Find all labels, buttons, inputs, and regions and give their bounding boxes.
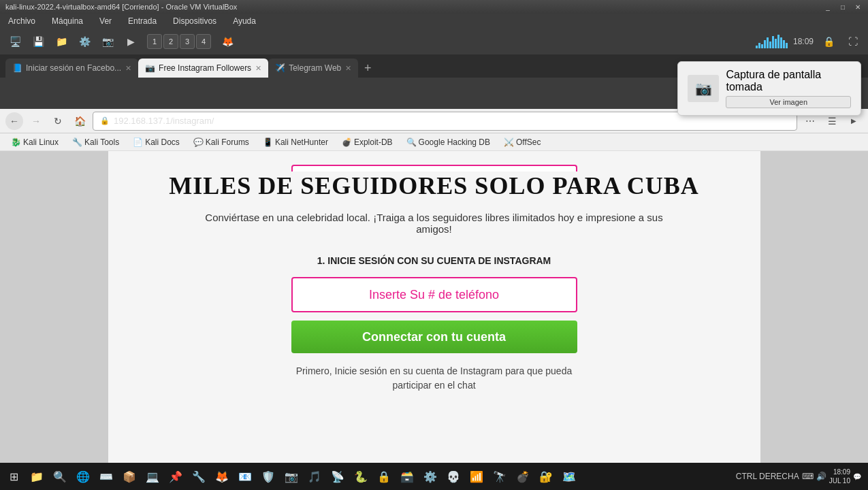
bookmark-kali-docs-label: Kali Docs <box>145 137 180 147</box>
taskbar-lock[interactable]: 🔒 <box>373 466 395 487</box>
taskbar-code[interactable]: 💻 <box>142 466 163 487</box>
taskbar-scan[interactable]: 🔭 <box>489 466 511 487</box>
offsec-favicon: ⚔️ <box>504 137 513 147</box>
taskbar-shield[interactable]: 🛡️ <box>257 466 279 487</box>
taskbar-python[interactable]: 🐍 <box>350 466 372 487</box>
folder-btn[interactable]: 📁 <box>52 32 71 51</box>
taskbar-firefox[interactable]: 🦊 <box>211 466 233 487</box>
page-content: MILES DE SEGUIDORES SOLO PARA CUBA Convi… <box>108 151 761 490</box>
taskbar-music[interactable]: 🎵 <box>304 466 325 487</box>
menu-bar: Archivo Máquina Ver Entrada Dispositivos… <box>0 14 868 29</box>
tab-facebook-close[interactable]: ✕ <box>125 64 131 73</box>
tab-instagram-close[interactable]: ✕ <box>255 64 261 73</box>
bookmark-kali-forums-label: Kali Forums <box>206 137 249 147</box>
lock-btn[interactable]: 🔒 <box>819 32 838 51</box>
taskbar-map[interactable]: 🗺️ <box>558 466 580 487</box>
taskbar-right: CTRL DERECHA ⌨ 🔊 18:09 JUL 10 💬 <box>736 468 865 485</box>
notification-link[interactable]: Ver imagen <box>726 96 851 108</box>
right-margin <box>761 151 869 490</box>
bookmark-kali-forums[interactable]: 💬 Kali Forums <box>188 136 255 148</box>
taskbar-vpn[interactable]: 🔐 <box>535 466 557 487</box>
tray-kbd[interactable]: ⌨ <box>802 472 814 481</box>
notification-thumbnail: 📷 <box>688 75 719 102</box>
menu-dispositivos[interactable]: Dispositivos <box>170 15 219 27</box>
bookmark-offsec-label: OffSec <box>516 137 541 147</box>
taskbar-apps[interactable]: 📦 <box>118 466 140 487</box>
menu-entrada[interactable]: Entrada <box>125 15 159 27</box>
home-btn[interactable]: 🏠 <box>71 112 89 130</box>
workspace-2[interactable]: 2 <box>163 34 178 49</box>
taskbar-mail[interactable]: 📧 <box>234 466 256 487</box>
notification-content: Captura de pantalla tomada Ver imagen <box>726 69 851 108</box>
bookmark-kali-docs[interactable]: 📄 Kali Docs <box>127 136 185 148</box>
tray-volume[interactable]: 🔊 <box>816 472 826 481</box>
bookmark-kali-nethunter-label: Kali NetHunter <box>275 137 328 147</box>
url-display: 192.168.137.1/instagram/ <box>114 116 214 126</box>
reload-btn[interactable]: ↻ <box>49 112 67 130</box>
taskbar-chrome[interactable]: 🌐 <box>72 466 94 487</box>
menu-maquina[interactable]: Máquina <box>49 15 86 27</box>
taskbar-tool1[interactable]: 🔧 <box>188 466 210 487</box>
workspace-buttons: 1 2 3 4 <box>147 34 211 49</box>
forward-btn[interactable]: → <box>27 112 45 130</box>
bookmark-kali-tools-label: Kali Tools <box>84 137 119 147</box>
vm-title: kali-linux-2022.4-virtualbox-amd64 [Corr… <box>5 3 237 11</box>
tab-facebook[interactable]: 📘 Iniciar sesión en Facebo... ✕ <box>5 59 138 78</box>
telegram-favicon: ✈️ <box>275 63 285 73</box>
bookmark-kali-linux[interactable]: 🐉 Kali Linux <box>5 136 64 148</box>
taskbar-files[interactable]: 📁 <box>26 466 48 487</box>
vm-window-controls[interactable]: _ □ ✕ <box>823 2 863 12</box>
taskbar-pin[interactable]: 📌 <box>165 466 187 487</box>
fullscreen-btn[interactable]: ⛶ <box>843 32 863 51</box>
snapshot-btn[interactable]: 📷 <box>98 32 117 51</box>
bookmark-ghdb[interactable]: 🔍 Google Hacking DB <box>401 136 496 148</box>
tab-telegram-label: Telegram Web <box>289 63 341 73</box>
bookmark-kali-tools[interactable]: 🔧 Kali Tools <box>67 136 125 148</box>
workspace-4[interactable]: 4 <box>196 34 211 49</box>
tab-telegram-close[interactable]: ✕ <box>345 64 351 73</box>
bookmark-kali-nethunter[interactable]: 📱 Kali NetHunter <box>257 136 334 148</box>
taskbar-wifi[interactable]: 📶 <box>466 466 487 487</box>
facebook-favicon: 📘 <box>12 63 22 73</box>
vm-close-btn[interactable]: ✕ <box>853 2 863 12</box>
kali-linux-favicon: 🐉 <box>11 137 20 147</box>
menu-archivo[interactable]: Archivo <box>5 15 38 27</box>
vm-maximize-btn[interactable]: □ <box>838 2 848 12</box>
menu-ver[interactable]: Ver <box>97 15 114 27</box>
vm-minimize-btn[interactable]: _ <box>823 2 833 12</box>
tab-instagram[interactable]: 📷 Free Instagram Followers ✕ <box>138 59 268 78</box>
instagram-favicon: 📷 <box>145 63 155 73</box>
start-button[interactable]: ⊞ <box>3 466 25 487</box>
bookmark-exploit-db[interactable]: 💣 Exploit-DB <box>336 136 398 148</box>
tab-telegram[interactable]: ✈️ Telegram Web ✕ <box>268 59 358 78</box>
taskbar-exploit[interactable]: 💣 <box>512 466 534 487</box>
vm-icon-btn[interactable]: 🖥️ <box>5 32 25 51</box>
media-btn[interactable]: ▶ <box>121 32 140 51</box>
taskbar-gear[interactable]: ⚙️ <box>419 466 441 487</box>
taskbar-search[interactable]: 🔍 <box>49 466 71 487</box>
kali-tools-favicon: 🔧 <box>72 137 82 147</box>
back-btn[interactable]: ← <box>5 112 23 130</box>
bookmark-offsec[interactable]: ⚔️ OffSec <box>498 136 546 148</box>
new-tab-btn[interactable]: + <box>358 59 377 78</box>
taskbar-db[interactable]: 🗃️ <box>396 466 418 487</box>
taskbar-camera[interactable]: 📷 <box>280 466 302 487</box>
phone-input[interactable] <box>291 277 577 312</box>
workspace-1[interactable]: 1 <box>147 34 162 49</box>
workspace-3[interactable]: 3 <box>180 34 195 49</box>
connect-button[interactable]: Connectar con tu cuenta <box>291 321 577 353</box>
left-margin <box>0 151 108 490</box>
taskbar-net[interactable]: 📡 <box>327 466 349 487</box>
firefox-btn[interactable]: 🦊 <box>218 32 237 51</box>
bookmark-exploit-db-label: Exploit-DB <box>354 137 393 147</box>
settings-btn[interactable]: ⚙️ <box>75 32 94 51</box>
kali-docs-favicon: 📄 <box>133 137 142 147</box>
save-btn[interactable]: 💾 <box>29 32 48 51</box>
kali-nethunter-favicon: 📱 <box>263 137 272 147</box>
clock-time: 18:09 <box>829 468 850 476</box>
taskbar-hack[interactable]: 💀 <box>443 466 464 487</box>
taskbar-terminal[interactable]: ⌨️ <box>95 466 117 487</box>
menu-ayuda[interactable]: Ayuda <box>230 15 259 27</box>
tray-chat[interactable]: 💬 <box>853 473 861 480</box>
bookmark-ghdb-label: Google Hacking DB <box>419 137 490 147</box>
